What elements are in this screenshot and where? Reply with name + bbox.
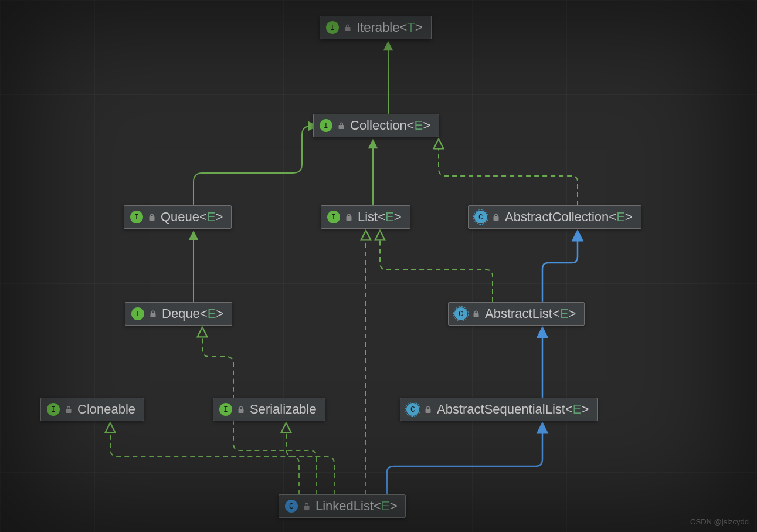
node-serializable[interactable]: I Serializable [213,398,325,421]
lock-icon [472,310,480,318]
node-list[interactable]: I List<E> [321,205,410,229]
node-label: Deque<E> [162,306,223,321]
node-collection[interactable]: I Collection<E> [313,114,439,137]
node-label: AbstractCollection<E> [505,209,633,225]
node-label: List<E> [358,209,402,225]
node-abstractsequentiallist[interactable]: C AbstractSequentialList<E> [400,398,598,421]
lock-icon [149,310,157,318]
lock-icon [65,405,73,414]
node-cloneable[interactable]: I Cloneable [40,398,144,421]
abstract-class-icon: C [406,403,419,416]
lock-icon [492,213,500,221]
node-label: Iterable<T> [357,20,423,35]
node-label: LinkedList<E> [315,499,397,514]
node-label: AbstractList<E> [485,306,576,321]
lock-icon [237,405,245,414]
lock-icon [345,213,353,221]
node-label: Serializable [250,402,317,417]
interface-icon: I [320,119,332,132]
node-label: AbstractSequentialList<E> [437,402,589,417]
interface-icon: I [326,21,339,34]
interface-icon: I [327,211,340,223]
interface-icon: I [131,307,144,320]
lock-icon [303,502,311,510]
lock-icon [424,405,432,414]
node-label: Queue<E> [161,209,223,225]
node-label: Collection<E> [350,118,430,133]
node-deque[interactable]: I Deque<E> [125,302,232,326]
node-linkedlist[interactable]: C LinkedList<E> [279,494,406,518]
node-queue[interactable]: I Queue<E> [124,205,232,229]
node-abstractlist[interactable]: C AbstractList<E> [448,302,585,326]
node-abstractcollection[interactable]: C AbstractCollection<E> [468,205,641,229]
interface-icon: I [219,403,232,416]
lock-icon [148,213,156,221]
lock-icon [337,121,345,130]
lock-icon [344,23,352,32]
interface-icon: I [130,211,143,223]
background-grid [0,0,757,532]
node-iterable[interactable]: I Iterable<T> [320,16,432,39]
node-label: Cloneable [77,402,135,417]
abstract-class-icon: C [454,307,467,320]
interface-icon: I [47,403,60,416]
class-icon: C [285,500,298,513]
abstract-class-icon: C [474,211,487,223]
